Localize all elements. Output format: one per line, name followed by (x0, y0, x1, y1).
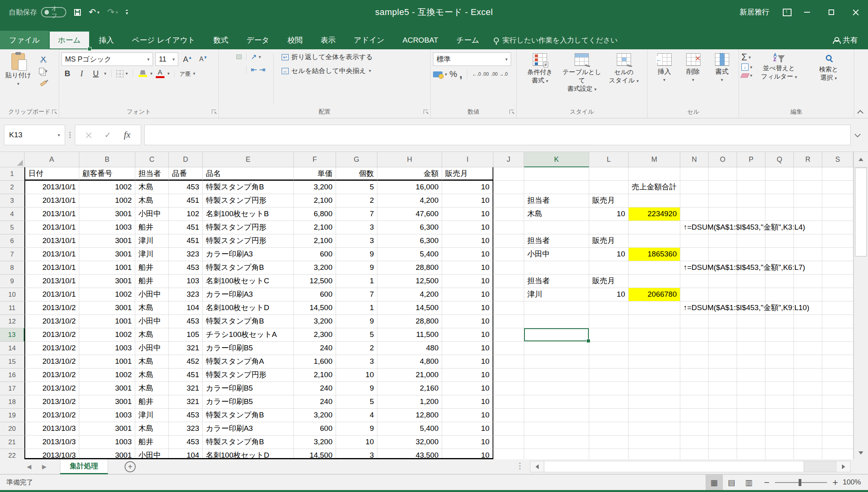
row-header-6[interactable]: 6 (0, 234, 24, 248)
cell-P17[interactable] (737, 382, 765, 395)
cell-I8[interactable]: 10 (442, 261, 493, 275)
cell-I15[interactable]: 10 (442, 355, 493, 369)
cell-Q12[interactable] (765, 315, 794, 328)
cell-G10[interactable]: 7 (336, 288, 377, 301)
cell-R16[interactable] (794, 369, 822, 382)
cell-M13[interactable] (629, 328, 680, 342)
font-size-select[interactable]: 11▾ (155, 52, 178, 66)
insert-function-icon[interactable]: fx (124, 130, 131, 140)
cell-F13[interactable]: 2,300 (294, 328, 336, 342)
cell-J11[interactable] (493, 301, 524, 315)
cell-Q20[interactable] (765, 422, 794, 436)
cell-N17[interactable] (680, 382, 709, 395)
cell-B17[interactable]: 3001 (79, 382, 135, 395)
cell-Q19[interactable] (765, 409, 794, 422)
cell-J5[interactable] (493, 221, 524, 234)
cell-O20[interactable] (709, 422, 737, 436)
cell-R10[interactable] (794, 288, 822, 301)
decrease-indent-button[interactable]: ⇤ (251, 65, 257, 74)
cell-K4[interactable]: 木島 (524, 208, 589, 221)
cell-A8[interactable]: 2013/10/1 (24, 261, 79, 275)
align-bottom-button[interactable] (236, 54, 242, 59)
cell-C15[interactable]: 木島 (135, 355, 169, 369)
cell-K5[interactable] (524, 221, 589, 234)
cell-C14[interactable]: 小田中 (135, 342, 169, 355)
cut-button[interactable] (37, 54, 49, 64)
cell-B7[interactable]: 3001 (79, 248, 135, 261)
cell-C4[interactable]: 小田中 (135, 208, 169, 221)
cell-R4[interactable] (794, 208, 822, 221)
format-cells-button[interactable]: 書式 ▾ (707, 52, 736, 105)
cell-B1[interactable]: 顧客番号 (79, 167, 135, 181)
view-normal-button[interactable]: ▦ (706, 475, 723, 490)
cell-P3[interactable] (737, 194, 765, 208)
cell-B20[interactable]: 3001 (79, 422, 135, 436)
cell-E19[interactable]: 特製スタンプ角B (203, 409, 294, 422)
merge-center-button[interactable]: ↔ セルを結合して中央揃え ▾ (282, 66, 373, 75)
col-header-B[interactable]: B (79, 152, 135, 167)
cell-R11[interactable] (794, 301, 822, 315)
tab-addins[interactable]: アドイン (345, 31, 394, 49)
cell-Q7[interactable] (765, 248, 794, 261)
vertical-scrollbar[interactable] (853, 152, 868, 459)
cell-K17[interactable] (524, 382, 589, 395)
cell-K6[interactable]: 担当者 (524, 234, 589, 248)
sheet-nav-right-button[interactable]: ▶ (42, 463, 47, 470)
cell-B9[interactable]: 3001 (79, 275, 135, 288)
col-header-M[interactable]: M (629, 152, 680, 167)
cell-D6[interactable]: 451 (169, 234, 203, 248)
v-scroll-thumb[interactable] (855, 168, 867, 256)
row-header-9[interactable]: 9 (0, 275, 24, 288)
cell-M11[interactable] (629, 301, 680, 315)
cell-M14[interactable] (629, 342, 680, 355)
cell-E18[interactable]: カラー印刷B5 (203, 395, 294, 409)
cell-L17[interactable] (589, 382, 629, 395)
row-header-1[interactable]: 1 (0, 167, 24, 181)
cell-E1[interactable]: 品名 (203, 167, 294, 181)
cell-E7[interactable]: カラー印刷A3 (203, 248, 294, 261)
cell-H7[interactable]: 5,400 (377, 248, 442, 261)
cell-G19[interactable]: 4 (336, 409, 377, 422)
cell-O3[interactable] (709, 194, 737, 208)
cell-M2[interactable]: 売上金額合計 (629, 181, 680, 194)
cell-B2[interactable]: 1002 (79, 181, 135, 194)
cell-C9[interactable]: 船井 (135, 275, 169, 288)
cell-P15[interactable] (737, 355, 765, 369)
cell-C12[interactable]: 小田中 (135, 315, 169, 328)
cell-G7[interactable]: 9 (336, 248, 377, 261)
percent-style-button[interactable]: % (450, 69, 457, 79)
cell-B6[interactable]: 3001 (79, 234, 135, 248)
cell-K10[interactable]: 津川 (524, 288, 589, 301)
cell-E8[interactable]: 特製スタンプ角B (203, 261, 294, 275)
cell-O5[interactable] (709, 221, 737, 234)
cell-D16[interactable]: 451 (169, 369, 203, 382)
alignment-dialog-launcher-icon[interactable] (424, 110, 428, 114)
cell-B13[interactable]: 1002 (79, 328, 135, 342)
col-header-D[interactable]: D (169, 152, 203, 167)
cell-P22[interactable] (737, 449, 765, 459)
cell-F20[interactable]: 600 (294, 422, 336, 436)
cell-J20[interactable] (493, 422, 524, 436)
cell-C21[interactable]: 船井 (135, 436, 169, 449)
cell-D9[interactable]: 103 (169, 275, 203, 288)
cell-S4[interactable] (822, 208, 853, 221)
collapse-ribbon-button[interactable] (858, 109, 862, 114)
cell-P18[interactable] (737, 395, 765, 409)
cell-R12[interactable] (794, 315, 822, 328)
cell-L7[interactable]: 10 (589, 248, 629, 261)
cell-J3[interactable] (493, 194, 524, 208)
zoom-slider[interactable] (775, 482, 827, 483)
cell-A13[interactable]: 2013/10/2 (24, 328, 79, 342)
cell-O10[interactable] (709, 288, 737, 301)
cell-K9[interactable]: 担当者 (524, 275, 589, 288)
col-header-L[interactable]: L (589, 152, 629, 167)
select-all-corner[interactable] (0, 152, 24, 167)
cell-N2[interactable] (680, 181, 709, 194)
decrease-decimal-button[interactable]: .00 →.0 (491, 72, 508, 77)
cell-K18[interactable] (524, 395, 589, 409)
cell-J8[interactable] (493, 261, 524, 275)
cell-C7[interactable]: 津川 (135, 248, 169, 261)
cell-L12[interactable] (589, 315, 629, 328)
cell-O17[interactable] (709, 382, 737, 395)
cell-F8[interactable]: 3,200 (294, 261, 336, 275)
